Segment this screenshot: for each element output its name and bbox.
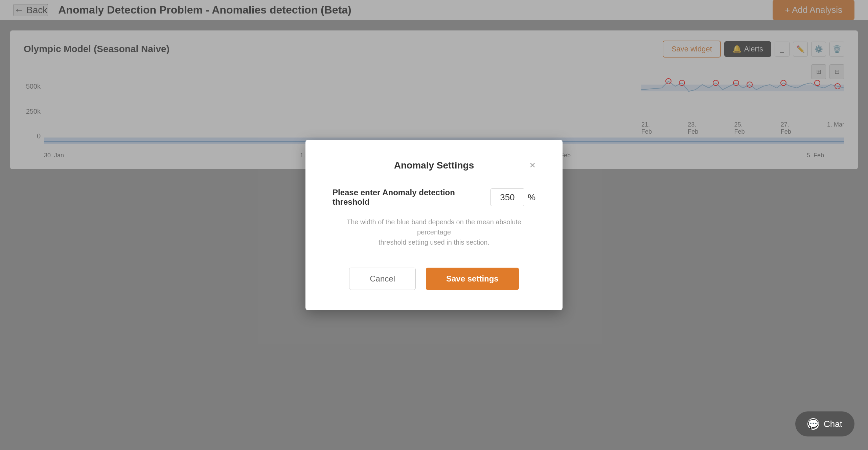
modal-close-button[interactable]: ×: [529, 160, 535, 170]
threshold-percent: %: [528, 192, 535, 203]
modal-header: Anomaly Settings ×: [333, 160, 535, 171]
threshold-row: Please enter Anomaly detection threshold…: [333, 188, 535, 207]
close-icon: ×: [529, 159, 535, 171]
threshold-label: Please enter Anomaly detection threshold: [333, 188, 484, 207]
chat-label: Chat: [824, 419, 842, 429]
chat-button[interactable]: 💬 Chat: [795, 411, 854, 436]
chat-icon: 💬: [807, 418, 819, 430]
modal-footer: Cancel Save settings: [349, 268, 519, 290]
anomaly-settings-modal: Anomaly Settings × Please enter Anomaly …: [305, 140, 563, 310]
threshold-description: The width of the blue band depends on th…: [346, 217, 522, 247]
modal-body: Please enter Anomaly detection threshold…: [333, 188, 535, 290]
threshold-input[interactable]: [490, 188, 524, 206]
cancel-button[interactable]: Cancel: [349, 268, 416, 290]
modal-title: Anomaly Settings: [394, 160, 474, 171]
threshold-input-wrap: %: [490, 188, 535, 206]
save-settings-button[interactable]: Save settings: [426, 268, 519, 290]
